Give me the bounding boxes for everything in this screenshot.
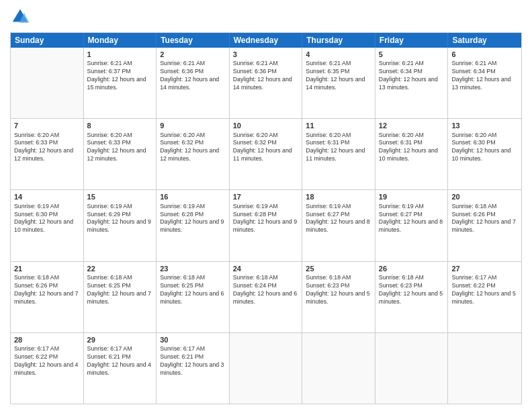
day-info: Sunrise: 6:20 AM Sunset: 6:32 PM Dayligh… [233,132,299,164]
day-info: Sunrise: 6:18 AM Sunset: 6:24 PM Dayligh… [233,274,299,306]
calendar-day-14: 14Sunrise: 6:19 AM Sunset: 6:30 PM Dayli… [11,190,84,261]
day-info: Sunrise: 6:20 AM Sunset: 6:31 PM Dayligh… [379,132,445,164]
day-info: Sunrise: 6:21 AM Sunset: 6:34 PM Dayligh… [379,60,445,92]
calendar-day-3: 3Sunrise: 6:21 AM Sunset: 6:36 PM Daylig… [230,48,303,118]
day-number: 15 [87,192,153,201]
logo-icon [10,7,30,27]
day-number: 20 [451,192,518,201]
day-number: 12 [379,121,445,130]
day-info: Sunrise: 6:20 AM Sunset: 6:32 PM Dayligh… [160,132,226,164]
calendar: SundayMondayTuesdayWednesdayThursdayFrid… [10,32,522,404]
day-number: 26 [379,264,445,273]
header-day-monday: Monday [84,33,157,48]
day-number: 27 [451,264,518,273]
day-number: 14 [14,192,80,201]
day-info: Sunrise: 6:18 AM Sunset: 6:23 PM Dayligh… [379,274,445,306]
calendar-day-23: 23Sunrise: 6:18 AM Sunset: 6:25 PM Dayli… [157,262,230,332]
day-number: 1 [87,50,153,59]
calendar-day-12: 12Sunrise: 6:20 AM Sunset: 6:31 PM Dayli… [375,119,449,189]
day-info: Sunrise: 6:17 AM Sunset: 6:21 PM Dayligh… [160,345,226,377]
calendar-week-5: 28Sunrise: 6:17 AM Sunset: 6:22 PM Dayli… [11,332,521,404]
calendar-day-17: 17Sunrise: 6:19 AM Sunset: 6:28 PM Dayli… [230,190,303,261]
calendar-day-6: 6Sunrise: 6:21 AM Sunset: 6:34 PM Daylig… [448,48,521,118]
calendar-day-empty [11,48,84,118]
calendar-day-28: 28Sunrise: 6:17 AM Sunset: 6:22 PM Dayli… [11,333,84,404]
calendar-day-5: 5Sunrise: 6:21 AM Sunset: 6:34 PM Daylig… [375,48,449,118]
calendar-week-2: 7Sunrise: 6:20 AM Sunset: 6:33 PM Daylig… [11,118,521,189]
calendar-day-27: 27Sunrise: 6:17 AM Sunset: 6:22 PM Dayli… [448,262,521,332]
day-number: 13 [451,121,518,130]
day-number: 10 [233,121,299,130]
day-info: Sunrise: 6:19 AM Sunset: 6:28 PM Dayligh… [233,203,299,235]
day-number: 9 [160,121,226,130]
day-number: 4 [306,50,371,59]
header-day-saturday: Saturday [448,33,521,48]
day-info: Sunrise: 6:19 AM Sunset: 6:29 PM Dayligh… [87,203,153,235]
calendar-day-empty [448,333,521,404]
day-number: 6 [451,50,518,59]
calendar-day-18: 18Sunrise: 6:19 AM Sunset: 6:27 PM Dayli… [302,190,375,261]
day-number: 8 [87,121,153,130]
day-info: Sunrise: 6:18 AM Sunset: 6:26 PM Dayligh… [14,274,80,306]
day-number: 2 [160,50,226,59]
calendar-day-empty [375,333,449,404]
page: SundayMondayTuesdayWednesdayThursdayFrid… [0,0,532,411]
day-number: 25 [306,264,371,273]
day-number: 5 [379,50,445,59]
calendar-day-13: 13Sunrise: 6:20 AM Sunset: 6:30 PM Dayli… [448,119,521,189]
calendar-day-10: 10Sunrise: 6:20 AM Sunset: 6:32 PM Dayli… [230,119,303,189]
day-info: Sunrise: 6:18 AM Sunset: 6:23 PM Dayligh… [306,274,371,306]
day-number: 19 [379,192,445,201]
calendar-day-16: 16Sunrise: 6:19 AM Sunset: 6:28 PM Dayli… [157,190,230,261]
day-info: Sunrise: 6:17 AM Sunset: 6:21 PM Dayligh… [87,345,153,377]
calendar-week-1: 1Sunrise: 6:21 AM Sunset: 6:37 PM Daylig… [11,48,521,118]
day-number: 21 [14,264,80,273]
calendar-day-9: 9Sunrise: 6:20 AM Sunset: 6:32 PM Daylig… [157,119,230,189]
day-number: 7 [14,121,80,130]
calendar-day-2: 2Sunrise: 6:21 AM Sunset: 6:36 PM Daylig… [157,48,230,118]
calendar-day-19: 19Sunrise: 6:19 AM Sunset: 6:27 PM Dayli… [375,190,449,261]
day-info: Sunrise: 6:18 AM Sunset: 6:25 PM Dayligh… [87,274,153,306]
day-number: 28 [14,335,80,345]
day-info: Sunrise: 6:19 AM Sunset: 6:28 PM Dayligh… [160,203,226,235]
day-number: 3 [233,50,299,59]
day-info: Sunrise: 6:17 AM Sunset: 6:22 PM Dayligh… [451,274,518,306]
day-info: Sunrise: 6:17 AM Sunset: 6:22 PM Dayligh… [14,345,80,377]
calendar-day-7: 7Sunrise: 6:20 AM Sunset: 6:33 PM Daylig… [11,119,84,189]
calendar-day-15: 15Sunrise: 6:19 AM Sunset: 6:29 PM Dayli… [84,190,157,261]
day-info: Sunrise: 6:19 AM Sunset: 6:27 PM Dayligh… [306,203,371,235]
calendar-header: SundayMondayTuesdayWednesdayThursdayFrid… [11,33,521,48]
header-day-thursday: Thursday [302,33,375,48]
calendar-day-1: 1Sunrise: 6:21 AM Sunset: 6:37 PM Daylig… [84,48,157,118]
day-number: 11 [306,121,371,130]
day-info: Sunrise: 6:21 AM Sunset: 6:36 PM Dayligh… [160,60,226,92]
day-info: Sunrise: 6:20 AM Sunset: 6:33 PM Dayligh… [14,132,80,164]
day-info: Sunrise: 6:20 AM Sunset: 6:31 PM Dayligh… [306,132,371,164]
calendar-week-4: 21Sunrise: 6:18 AM Sunset: 6:26 PM Dayli… [11,261,521,332]
day-info: Sunrise: 6:21 AM Sunset: 6:35 PM Dayligh… [306,60,371,92]
day-info: Sunrise: 6:20 AM Sunset: 6:30 PM Dayligh… [451,132,518,164]
calendar-day-empty [230,333,303,404]
day-info: Sunrise: 6:18 AM Sunset: 6:26 PM Dayligh… [451,203,518,235]
calendar-body: 1Sunrise: 6:21 AM Sunset: 6:37 PM Daylig… [11,48,521,404]
day-number: 18 [306,192,371,201]
calendar-day-30: 30Sunrise: 6:17 AM Sunset: 6:21 PM Dayli… [157,333,230,404]
calendar-day-empty [302,333,375,404]
day-info: Sunrise: 6:21 AM Sunset: 6:37 PM Dayligh… [87,60,153,92]
header-day-wednesday: Wednesday [230,33,303,48]
calendar-day-26: 26Sunrise: 6:18 AM Sunset: 6:23 PM Dayli… [375,262,449,332]
calendar-day-4: 4Sunrise: 6:21 AM Sunset: 6:35 PM Daylig… [302,48,375,118]
header-day-sunday: Sunday [11,33,84,48]
calendar-day-25: 25Sunrise: 6:18 AM Sunset: 6:23 PM Dayli… [302,262,375,332]
calendar-day-11: 11Sunrise: 6:20 AM Sunset: 6:31 PM Dayli… [302,119,375,189]
day-info: Sunrise: 6:20 AM Sunset: 6:33 PM Dayligh… [87,132,153,164]
calendar-day-24: 24Sunrise: 6:18 AM Sunset: 6:24 PM Dayli… [230,262,303,332]
day-number: 23 [160,264,226,273]
day-number: 29 [87,335,153,345]
day-number: 24 [233,264,299,273]
logo [10,7,33,27]
day-info: Sunrise: 6:19 AM Sunset: 6:30 PM Dayligh… [14,203,80,235]
calendar-week-3: 14Sunrise: 6:19 AM Sunset: 6:30 PM Dayli… [11,189,521,261]
calendar-day-22: 22Sunrise: 6:18 AM Sunset: 6:25 PM Dayli… [84,262,157,332]
calendar-day-20: 20Sunrise: 6:18 AM Sunset: 6:26 PM Dayli… [448,190,521,261]
